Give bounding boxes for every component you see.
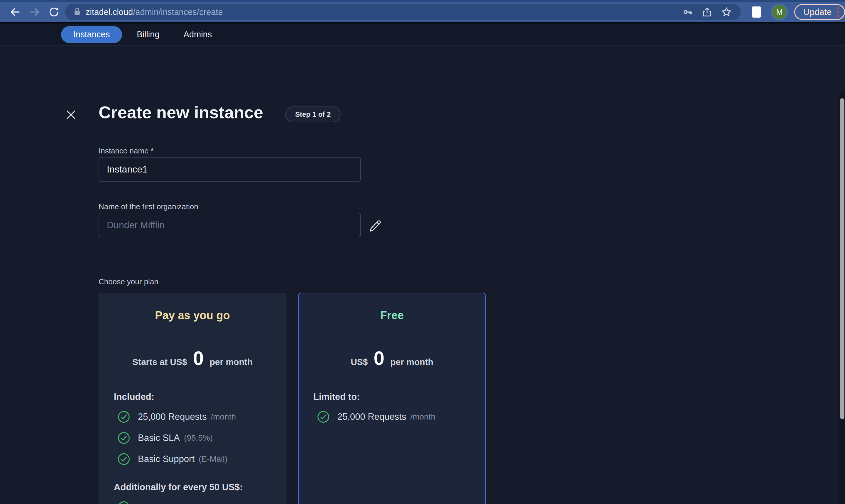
org-name-input[interactable]: [98, 213, 361, 237]
plan-title: Pay as you go: [99, 309, 286, 322]
feature-text: 25,000 Requests: [337, 412, 406, 422]
feature-text: 25,000 Requests: [138, 412, 206, 422]
instance-name-input[interactable]: [98, 157, 361, 182]
plan-title: Free: [299, 309, 485, 322]
profile-avatar[interactable]: M: [771, 3, 788, 20]
side-panel-icon[interactable]: [748, 4, 765, 20]
app-nav: Instances Billing Admins: [0, 23, 845, 46]
edit-pencil-icon[interactable]: [367, 218, 384, 234]
feature-text: Basic Support: [138, 454, 195, 464]
feature-text: +25,000 Requests: [138, 502, 212, 504]
feature-row: Basic Support (E-Mail): [118, 453, 286, 466]
feature-note: /month: [410, 412, 435, 421]
password-key-icon[interactable]: [681, 5, 694, 18]
tab-billing[interactable]: Billing: [137, 30, 159, 39]
price-suffix: per month: [390, 357, 433, 367]
check-circle-icon: [118, 453, 130, 466]
check-circle-icon: [317, 410, 330, 423]
price-prefix: Starts at US$: [132, 357, 187, 367]
scrollbar-thumb[interactable]: [840, 98, 844, 419]
price-prefix: US$: [350, 357, 367, 367]
url-path: /admin/instances/create: [133, 7, 223, 17]
page-title: Create new instance: [98, 102, 263, 122]
price-amount: 0: [193, 347, 204, 370]
feature-note: (E-Mail): [199, 454, 228, 464]
avatar-letter: M: [772, 5, 786, 19]
close-icon[interactable]: [64, 107, 79, 122]
plan-price: US$ 0 per month: [299, 347, 485, 370]
features-header: Limited to:: [313, 392, 485, 402]
instance-name-label: Instance name *: [98, 146, 154, 156]
browser-toolbar: zitadel.cloud/admin/instances/create M U…: [0, 2, 845, 22]
tab-instances[interactable]: Instances: [61, 26, 122, 43]
feature-row: +25,000 Requests /month: [118, 501, 286, 504]
forward-icon[interactable]: [28, 5, 41, 18]
feature-row: 25,000 Requests /month: [118, 410, 286, 423]
update-label: Update: [803, 7, 832, 17]
three-dots-menu-icon[interactable]: [837, 7, 839, 17]
feature-row: Basic SLA (95.5%): [118, 432, 286, 445]
check-circle-icon: [118, 432, 130, 445]
url-host: zitadel.cloud: [86, 7, 133, 17]
lock-icon[interactable]: [73, 6, 82, 18]
features-header: Included:: [114, 392, 286, 402]
feature-note: /month: [216, 503, 241, 504]
plan-card-free[interactable]: Free US$ 0 per month Limited to: 25,000 …: [298, 293, 486, 504]
feature-row: 25,000 Requests /month: [317, 410, 485, 423]
address-bar[interactable]: zitadel.cloud/admin/instances/create: [65, 4, 740, 20]
feature-text: Basic SLA: [138, 433, 180, 443]
step-badge: Step 1 of 2: [285, 107, 341, 122]
extra-header: Additionally for every 50 US$:: [114, 482, 286, 492]
share-icon[interactable]: [701, 5, 714, 18]
url-text: zitadel.cloud/admin/instances/create: [86, 7, 223, 17]
plan-price: Starts at US$ 0 per month: [99, 347, 286, 370]
bookmark-star-icon[interactable]: [720, 5, 733, 18]
org-name-label: Name of the first organization: [98, 202, 198, 211]
browser-update-button[interactable]: Update: [794, 4, 845, 20]
scrollbar-track[interactable]: [839, 92, 845, 504]
feature-note: (95.5%): [184, 433, 213, 443]
plan-card-pay-as-you-go[interactable]: Pay as you go Starts at US$ 0 per month …: [98, 293, 286, 504]
choose-plan-label: Choose your plan: [98, 277, 158, 286]
main-content: Create new instance Step 1 of 2 Instance…: [0, 46, 845, 504]
window-top-strip: [0, 0, 845, 2]
check-circle-icon: [118, 501, 130, 504]
feature-note: /month: [211, 412, 236, 421]
check-circle-icon: [118, 410, 130, 423]
price-suffix: per month: [210, 357, 253, 367]
reload-icon[interactable]: [48, 5, 60, 18]
tab-admins[interactable]: Admins: [184, 30, 212, 39]
price-amount: 0: [374, 347, 384, 370]
back-icon[interactable]: [9, 5, 22, 18]
